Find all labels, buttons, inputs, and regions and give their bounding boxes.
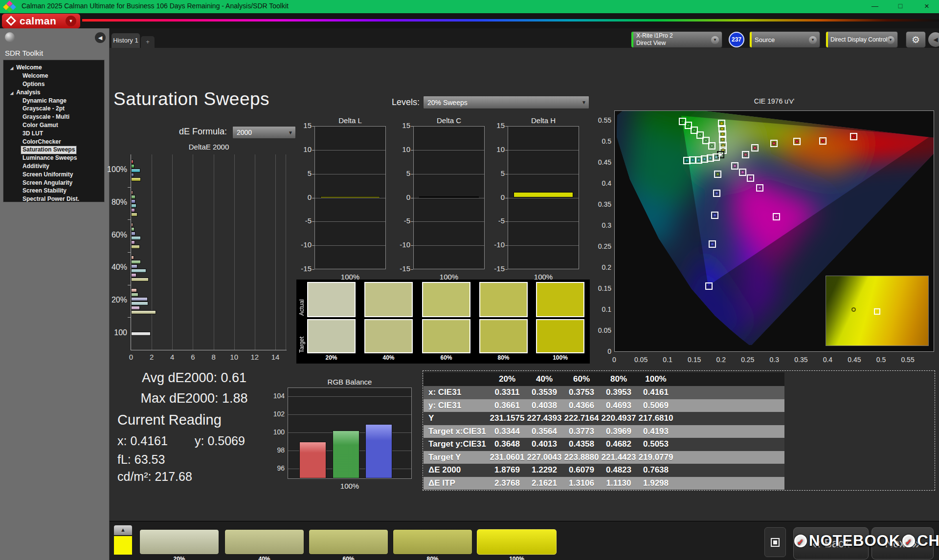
tree-item-dynamic-range[interactable]: Dynamic Range xyxy=(21,97,68,105)
ytick: -15 xyxy=(295,264,312,273)
tree-item-screen-angularity[interactable]: Screen Angularity xyxy=(21,179,74,187)
meter-dropdown[interactable]: X-Rite i1Pro 2Direct View ▼ xyxy=(631,31,722,48)
cie-data-point xyxy=(714,171,721,178)
cie-data-point xyxy=(739,169,746,176)
notebookcheck-watermark: ✓ NOTEBOOK ✓ CHECK xyxy=(794,532,939,550)
pattern-swatch-60%[interactable] xyxy=(309,529,388,555)
sidebar-collapse-button[interactable]: ◀ xyxy=(95,32,106,43)
tick xyxy=(312,245,314,246)
cie-data-point xyxy=(711,212,718,219)
tree-item-3d-lut[interactable]: 3D LUT xyxy=(21,130,45,138)
cie-xtick: 0.25 xyxy=(738,356,758,364)
add-tab-button[interactable]: + xyxy=(141,36,155,48)
deltae-bar xyxy=(131,227,134,231)
table-row: Target Y231.0601227.0043223.8880221.4423… xyxy=(424,451,784,464)
table-col-header: 40% xyxy=(526,374,563,384)
calman-logo-icon xyxy=(6,16,17,26)
calman-menu-button[interactable]: calman ▼ xyxy=(2,14,80,28)
current-reading-title: Current Reading xyxy=(117,412,222,428)
source-label: Source xyxy=(750,36,775,43)
source-dropdown[interactable]: Source ▼ xyxy=(749,31,820,48)
actual-swatch-20% xyxy=(307,282,356,317)
tree-item-grayscale-multi[interactable]: Grayscale - Multi xyxy=(21,113,71,121)
reading-y: y: 0.5069 xyxy=(195,434,245,448)
gridline xyxy=(508,198,579,198)
cie-ytick: 0 xyxy=(592,347,611,355)
cie-xtick: 0.1 xyxy=(658,356,677,364)
tree-item-additivity[interactable]: Additivity xyxy=(21,163,51,171)
actual-swatch-60% xyxy=(422,282,470,317)
maximize-button[interactable]: □ xyxy=(889,0,912,12)
ytick: 10 xyxy=(394,145,410,153)
tree-item-screen-uniformity[interactable]: Screen Uniformity xyxy=(21,171,74,179)
swatch-col-label: 80% xyxy=(479,354,528,361)
deltae-xtick: 12 xyxy=(248,353,262,361)
tree-group-welcome[interactable]: ◢Welcome xyxy=(10,64,42,72)
pattern-swatch-label: 40% xyxy=(224,556,304,560)
gridline xyxy=(414,221,484,222)
measurement-count-badge[interactable]: 237 xyxy=(729,32,744,47)
workflow-options-button[interactable] xyxy=(5,32,15,42)
tree-item-options[interactable]: Options xyxy=(21,81,46,88)
tree-item-luminance-sweeps[interactable]: Luminance Sweeps xyxy=(21,154,78,162)
tree-item-welcome[interactable]: Welcome xyxy=(21,72,49,80)
tick xyxy=(128,252,131,253)
ytick: -10 xyxy=(394,240,410,249)
saturation-data-table[interactable]: 20%40%60%80%100%x: CIE310.33110.35390.37… xyxy=(424,372,784,490)
pattern-swatch-40%[interactable] xyxy=(224,529,304,555)
notebookcheck-logo-icon: ✓ xyxy=(794,535,807,547)
rgb-xlabel: 100% xyxy=(288,482,412,490)
cie-xtick: 0.35 xyxy=(791,356,811,364)
cie-ytick: 0.15 xyxy=(592,284,611,292)
close-button[interactable]: × xyxy=(916,0,938,12)
rgb-bar-red xyxy=(299,442,326,479)
tree-item-saturation-sweeps[interactable]: Saturation Sweeps xyxy=(21,146,76,154)
tree-item-colorchecker[interactable]: ColorChecker xyxy=(21,138,63,146)
ytick: 98 xyxy=(268,446,285,454)
pattern-swatch-100%[interactable] xyxy=(477,529,557,555)
pattern-swatch-80%[interactable] xyxy=(393,529,472,555)
tree-item-color-gamut[interactable]: Color Gamut xyxy=(21,122,60,129)
gridline xyxy=(288,396,411,397)
collapse-panel-button[interactable]: ◀ xyxy=(928,32,939,47)
deltae-xtick: 10 xyxy=(227,353,241,361)
gridline xyxy=(315,221,385,222)
actual-swatch-100% xyxy=(536,282,584,317)
table-row: x: CIE310.33110.35390.37530.39530.4161 xyxy=(424,386,784,399)
ytick: 10 xyxy=(295,145,312,153)
tab-history-1[interactable]: History 1 xyxy=(112,33,140,48)
settings-gear-button[interactable]: ⚙ xyxy=(906,31,926,48)
ytick: 0 xyxy=(488,193,505,201)
swatch-col-label: 20% xyxy=(307,354,356,361)
tree-item-grayscale-2pt[interactable]: Grayscale - 2pt xyxy=(21,105,66,113)
deltae-cat-label: 100 xyxy=(86,328,127,337)
tick xyxy=(411,221,413,222)
tree-item-screen-stability[interactable]: Screen Stability xyxy=(21,187,68,195)
tick xyxy=(128,285,131,285)
deltae-bar xyxy=(131,191,133,194)
deltae-bar xyxy=(131,204,136,208)
cie-xtick: 0.05 xyxy=(631,356,651,364)
display-control-dropdown[interactable]: Direct Display Control ▼ xyxy=(826,31,898,48)
pattern-swatch-20%[interactable] xyxy=(139,529,219,555)
levels-dropdown[interactable]: 20% Sweeps▼ xyxy=(423,96,589,109)
ytick: 104 xyxy=(268,392,285,400)
tick xyxy=(505,245,508,246)
ytick: 15 xyxy=(295,121,312,129)
minimize-button[interactable]: — xyxy=(864,0,886,12)
chevron-down-icon: ▼ xyxy=(581,100,586,105)
tree-group-analysis[interactable]: ◢Analysis xyxy=(10,89,41,97)
deltae-bar xyxy=(131,232,135,236)
pattern-window-button[interactable] xyxy=(764,527,786,557)
ytick: -10 xyxy=(295,240,312,249)
meter-status-stripe xyxy=(631,32,633,47)
cie-data-point xyxy=(756,184,763,192)
max-de2000: Max dE2000: 1.88 xyxy=(113,388,275,409)
summary-de-values: Avg dE2000: 0.61 Max dE2000: 1.88 xyxy=(113,367,275,409)
tree-item-spectral-power-dist-[interactable]: Spectral Power Dist. xyxy=(21,195,81,202)
ytick: 96 xyxy=(268,464,285,472)
de-formula-dropdown[interactable]: 2000▼ xyxy=(232,126,296,139)
chevron-up-icon[interactable]: ▲ xyxy=(114,525,132,535)
actual-row-label: Actual xyxy=(298,285,305,316)
gridline xyxy=(414,245,484,246)
